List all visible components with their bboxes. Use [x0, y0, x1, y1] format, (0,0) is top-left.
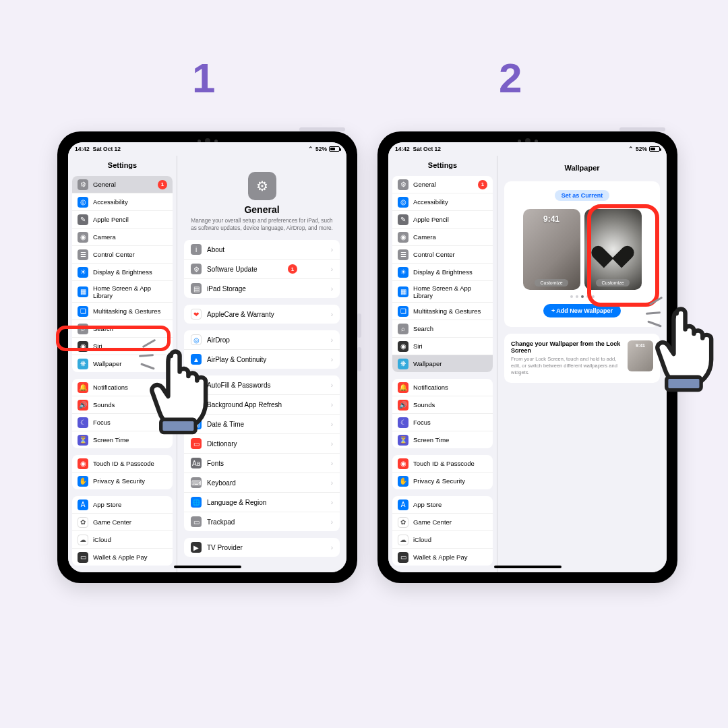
sidebar-item-home-screen[interactable]: ▦Home Screen & App Library [72, 281, 173, 303]
info-title: Change your Wallpaper from the Lock Scre… [511, 340, 621, 354]
general-tv-provider[interactable]: ▶TV Provider› [184, 538, 340, 557]
sidebar-item-label: iCloud [413, 536, 431, 543]
row-label: Trackpad [207, 518, 235, 526]
home-indicator[interactable] [174, 566, 241, 568]
chevron-right-icon: › [331, 285, 333, 293]
general-software-update[interactable]: ⚙Software Update1› [184, 260, 340, 279]
sidebar-item-label: Display & Brightness [93, 268, 152, 276]
battery-percent: 52% [636, 146, 647, 152]
speaker-icon: 🔊 [398, 400, 408, 411]
sidebar-item-label: Apple Pencil [413, 216, 449, 223]
sidebar-item-wallpaper[interactable]: ❋Wallpaper [392, 355, 493, 372]
wallet-icon: ▭ [398, 552, 408, 563]
sidebar-item-label: Apple Pencil [93, 216, 129, 223]
sidebar-item-apple-pencil[interactable]: ✎Apple Pencil [392, 211, 493, 229]
sidebar-item-general[interactable]: ⚙General1 [392, 176, 493, 193]
grid-icon: ▦ [78, 286, 88, 297]
camera-icon: ◉ [78, 232, 88, 243]
sidebar-item-sounds[interactable]: 🔊Sounds [392, 396, 493, 414]
customize-home-button[interactable]: Customize [596, 279, 629, 286]
sidebar-item-display[interactable]: ☀Display & Brightness [392, 264, 493, 281]
general-trackpad[interactable]: ▭Trackpad› [184, 512, 340, 531]
sidebar-item-camera[interactable]: ◉Camera [72, 229, 173, 246]
accessibility-icon: ◎ [78, 197, 88, 208]
row-label: About [207, 246, 224, 253]
sidebar-item-multitasking[interactable]: ❏Multitasking & Gestures [72, 303, 173, 320]
status-date: Sat Oct 12 [413, 146, 441, 152]
sidebar-item-app-store[interactable]: AApp Store [72, 496, 173, 514]
general-language[interactable]: 🌐Language & Region› [184, 493, 340, 512]
accessibility-icon: ◎ [398, 197, 408, 208]
sidebar-item-wallet[interactable]: ▭Wallet & Apple Pay [72, 549, 173, 566]
sidebar-item-touchid[interactable]: ◉Touch ID & Passcode [392, 455, 493, 473]
sidebar-item-label: Wallpaper [413, 360, 442, 367]
general-about[interactable]: iAbout› [184, 240, 340, 260]
badge: 1 [288, 264, 297, 274]
sidebar-item-multitasking[interactable]: ❏Multitasking & Gestures [392, 303, 493, 320]
sidebar-item-game-center[interactable]: ✿Game Center [392, 514, 493, 531]
general-dictionary[interactable]: ▭Dictionary› [184, 434, 340, 454]
brightness-icon: ☀ [398, 267, 408, 278]
general-storage[interactable]: ▤iPad Storage› [184, 279, 340, 298]
sidebar-item-search[interactable]: ⌕Search [392, 320, 493, 338]
sidebar-title: Settings [68, 156, 177, 176]
sidebar-item-app-store[interactable]: AApp Store [392, 496, 493, 514]
general-applecare[interactable]: ❤AppleCare & Warranty› [184, 305, 340, 324]
sidebar-item-control-center[interactable]: ☰Control Center [72, 246, 173, 264]
fonts-icon: Aa [191, 458, 202, 468]
chevron-right-icon: › [331, 421, 333, 428]
sidebar-item-label: Multitasking & Gestures [93, 307, 160, 315]
sidebar-item-display[interactable]: ☀Display & Brightness [72, 264, 173, 281]
sidebar-item-siri[interactable]: ◉Siri [392, 338, 493, 355]
homescreen-preview[interactable]: Customize [584, 209, 642, 290]
sidebar-item-notifications[interactable]: 🔔Notifications [392, 379, 493, 396]
windows-icon: ❏ [78, 306, 88, 317]
status-date: Sat Oct 12 [92, 146, 121, 152]
sidebar-item-privacy[interactable]: ✋Privacy & Security [392, 473, 493, 489]
sidebar-item-focus[interactable]: ☾Focus [392, 414, 493, 431]
sidebar-item-touchid[interactable]: ◉Touch ID & Passcode [72, 455, 173, 473]
chevron-right-icon: › [331, 246, 333, 253]
sidebar-item-label: Focus [93, 419, 111, 426]
sidebar-item-label: Siri [413, 342, 423, 350]
home-indicator[interactable] [494, 566, 562, 568]
sidebar-item-general[interactable]: ⚙General1 [72, 176, 173, 193]
camera-icon: ◉ [398, 232, 408, 243]
sidebar-item-icloud[interactable]: ☁iCloud [392, 531, 493, 549]
sidebar-item-camera[interactable]: ◉Camera [392, 229, 493, 246]
sidebar-item-label: Home Screen & App Library [93, 284, 167, 299]
sidebar-item-label: Accessibility [93, 198, 128, 206]
wifi-icon: ⌃ [308, 146, 313, 152]
battery-icon [649, 146, 660, 152]
customize-lock-button[interactable]: Customize [535, 279, 568, 286]
sidebar-item-accessibility[interactable]: ◎Accessibility [72, 193, 173, 211]
lockscreen-preview[interactable]: 9:41 Customize [523, 209, 580, 290]
sidebar-item-label: Control Center [93, 251, 135, 258]
sidebar-item-control-center[interactable]: ☰Control Center [392, 246, 493, 264]
detail-title: Wallpaper [504, 164, 660, 172]
svg-rect-1 [667, 377, 701, 390]
ipad-power-button [299, 127, 345, 131]
step-number-2: 2 [499, 54, 522, 102]
general-fonts[interactable]: AaFonts› [184, 454, 340, 473]
sidebar-item-screen-time[interactable]: ⏳Screen Time [392, 431, 493, 448]
sidebar-item-privacy[interactable]: ✋Privacy & Security [72, 473, 173, 489]
sidebar-item-wallet[interactable]: ▭Wallet & Apple Pay [392, 549, 493, 566]
wallet-icon: ▭ [78, 552, 88, 563]
wallpaper-info-card[interactable]: Change your Wallpaper from the Lock Scre… [504, 334, 660, 383]
sidebar-item-label: Multitasking & Gestures [413, 307, 481, 315]
add-new-wallpaper-button[interactable]: + Add New Wallpaper [543, 304, 621, 317]
set-as-current-button[interactable]: Set as Current [555, 190, 610, 201]
general-keyboard[interactable]: ⌨Keyboard› [184, 473, 340, 493]
sidebar-item-icloud[interactable]: ☁iCloud [72, 531, 173, 549]
sidebar-item-accessibility[interactable]: ◎Accessibility [392, 193, 493, 211]
search-icon: ⌕ [398, 324, 408, 334]
sidebar-item-home-screen[interactable]: ▦Home Screen & App Library [392, 281, 493, 303]
sidebar-item-game-center[interactable]: ✿Game Center [72, 514, 173, 531]
status-bar: 14:42 Sat Oct 12 ⌃ 52% [68, 142, 346, 156]
sidebar-item-apple-pencil[interactable]: ✎Apple Pencil [72, 211, 173, 229]
sidebar-item-label: Touch ID & Passcode [93, 460, 154, 467]
sidebar-item-label: iCloud [93, 536, 111, 543]
gear-icon: ⚙ [398, 179, 408, 190]
hand-cursor-icon [646, 293, 728, 394]
